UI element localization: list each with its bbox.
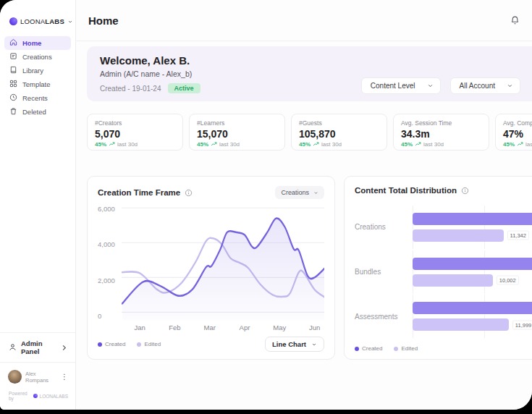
sidebar-item-creations[interactable]: Creations	[4, 50, 71, 64]
line-chart-card: Creation Time Frame Creations 6,000 4,00…	[87, 176, 335, 360]
trend-up-icon	[109, 141, 115, 148]
line-chart-title: Creation Time Frame	[98, 188, 180, 197]
x-axis: JanFebMarAprMayJun	[122, 320, 324, 331]
sidebar-item-label: Recents	[22, 94, 48, 102]
stat-card-completion: Avg. Completion 47% 45% last 30d	[495, 114, 532, 151]
delta-period: last 30d	[219, 141, 240, 148]
x-tick: Jan	[134, 324, 145, 331]
chevron-right-icon	[60, 344, 68, 352]
content-level-dropdown[interactable]: Content Level	[361, 77, 441, 94]
sidebar: LOONALABS Home Creations Library Templat…	[0, 0, 76, 410]
gridline	[484, 295, 485, 338]
bar-category-label: Bundles	[355, 268, 413, 276]
notifications-bell-icon[interactable]	[510, 15, 520, 25]
bar-plot: Creations 11,342	[355, 202, 532, 340]
recents-icon	[9, 93, 17, 103]
sidebar-menu: Home Creations Library Template Recents …	[0, 35, 75, 120]
legend-label: Created	[362, 345, 382, 352]
user-name: Alex Rompans	[25, 371, 54, 384]
sidebar-bottom: Admin Panel Alex Rompans ⋮ Powered by LO…	[0, 332, 75, 410]
topbar: Home	[76, 0, 532, 41]
info-icon[interactable]	[461, 187, 469, 195]
creations-icon	[9, 52, 17, 62]
sidebar-item-library[interactable]: Library	[4, 64, 71, 77]
stat-card-creators: #Creators 5,070 45% last 30d	[87, 114, 183, 151]
sidebar-item-deleted[interactable]: Deleted	[4, 105, 71, 119]
bar-chart-legend: Created Edited	[355, 345, 532, 352]
trend-up-icon	[313, 141, 319, 148]
info-icon[interactable]	[185, 189, 193, 197]
y-tick: 2,000	[98, 276, 119, 284]
gridline	[413, 250, 413, 294]
all-account-dropdown[interactable]: All Account	[450, 77, 520, 94]
admin-panel-button[interactable]: Admin Panel	[0, 332, 75, 362]
bar-group-assessments: Assessments 11,999	[355, 294, 532, 339]
bar-value-label: 11,342	[507, 231, 529, 240]
bar-chart-title: Content Total Distribution	[355, 186, 457, 195]
legend-label: Edited	[144, 341, 161, 347]
delta-period: last 30d	[321, 141, 342, 148]
page-title: Home	[88, 14, 119, 27]
app-window: LOONALABS Home Creations Library Templat…	[0, 0, 532, 410]
kebab-menu-icon[interactable]: ⋮	[58, 373, 71, 381]
sidebar-item-recents[interactable]: Recents	[4, 91, 71, 105]
created-row: Created - 19-01-24 Active	[100, 83, 200, 93]
bars-area: 11,342	[413, 213, 532, 242]
bar-created	[413, 302, 532, 314]
bar-chart-header: Content Total Distribution	[355, 186, 532, 195]
stat-value: 47%	[503, 128, 532, 140]
bars-area: 10,002	[413, 258, 532, 287]
delta-period: last 30d	[117, 141, 138, 148]
chevron-down-icon	[311, 342, 317, 347]
sidebar-item-label: Home	[22, 39, 41, 47]
bar-created	[413, 258, 532, 270]
welcome-info: Welcome, Alex B. Admin (A/C name - Alex_…	[100, 54, 200, 101]
x-tick: Feb	[169, 324, 180, 331]
status-badge: Active	[168, 83, 200, 93]
avatar	[8, 370, 22, 384]
template-icon	[9, 80, 17, 89]
bars-area: 11,999	[413, 302, 532, 331]
sidebar-item-label: Deleted	[22, 108, 46, 116]
chart-type-dropdown[interactable]: Line Chart	[265, 337, 324, 352]
stat-label: #Guests	[299, 119, 379, 127]
stat-card-learners: #Learners 15,070 45% last 30d	[189, 114, 285, 151]
edited-dot-icon	[394, 347, 398, 351]
y-tick: 6,000	[98, 205, 119, 213]
brand-logo[interactable]: LOONALABS	[0, 0, 75, 35]
line-chart-legend: Created Edited Line Chart	[98, 337, 324, 352]
stat-delta: 45% last 30d	[95, 141, 175, 148]
x-tick: Jun	[309, 324, 320, 331]
trend-up-icon	[211, 141, 217, 148]
stat-delta: 45% last 30d	[197, 141, 277, 148]
y-tick: 4,000	[98, 240, 119, 248]
y-tick: 0	[98, 312, 119, 320]
chart-type-label: Line Chart	[272, 340, 306, 348]
gridline	[484, 206, 485, 249]
home-icon	[9, 38, 17, 48]
main-area: Home Welcome, Alex B. Admin (A/C name - …	[76, 0, 532, 410]
gridline	[484, 250, 485, 294]
stat-label: #Learners	[197, 119, 277, 127]
legend-label: Edited	[401, 345, 418, 352]
creations-filter-dropdown[interactable]: Creations	[275, 186, 324, 199]
sidebar-item-template[interactable]: Template	[4, 77, 71, 91]
legend-edited: Edited	[137, 341, 161, 347]
user-profile[interactable]: Alex Rompans ⋮	[0, 362, 75, 389]
sidebar-item-home[interactable]: Home	[4, 36, 71, 50]
created-dot-icon	[98, 342, 102, 347]
bar-value-label: 11,999	[512, 320, 532, 329]
y-axis: 6,000 4,000 2,000 0	[98, 205, 122, 331]
stat-delta: 45% last 30d	[401, 141, 481, 148]
stat-value: 15,070	[197, 128, 277, 140]
chevron-down-icon	[427, 83, 434, 89]
sidebar-item-label: Template	[22, 80, 51, 88]
powered-logo-icon	[33, 394, 38, 398]
legend-created: Created	[98, 341, 125, 347]
bar-edited	[413, 274, 493, 287]
content: Welcome, Alex B. Admin (A/C name - Alex_…	[76, 41, 532, 410]
stat-delta: 45% last 30d	[503, 141, 532, 148]
stat-delta: 45% last 30d	[299, 141, 379, 148]
brand-logo-icon	[9, 17, 17, 25]
content-level-label: Content Level	[371, 82, 415, 90]
